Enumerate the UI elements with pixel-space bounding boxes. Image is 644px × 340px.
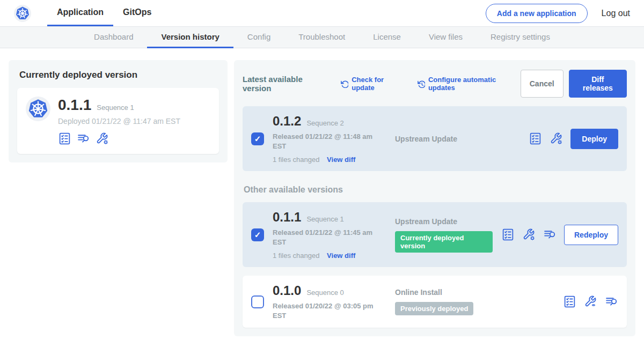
- version-row-0-1-1: ✓ 0.1.1 Sequence 1 Released 01/21/22 @ 1…: [243, 202, 627, 267]
- tab-gitops[interactable]: GitOps: [113, 0, 161, 26]
- kubernetes-helm-wheel-icon: [26, 97, 50, 121]
- version-number: 0.1.1: [273, 210, 301, 225]
- release-notes-icon[interactable]: [77, 132, 90, 145]
- available-versions-panel: Latest available version Check for updat…: [234, 60, 635, 336]
- subtab-troubleshoot[interactable]: Troubleshoot: [284, 27, 359, 48]
- view-diff-link[interactable]: View diff: [327, 156, 355, 164]
- latest-available-title: Latest available version: [243, 75, 330, 93]
- sequence-label: Sequence 2: [306, 119, 343, 127]
- preflight-checks-icon[interactable]: [563, 295, 576, 308]
- version-source-label: Upstream Update: [395, 135, 520, 143]
- configure-automatic-updates-link[interactable]: Configure automatic updates: [417, 76, 521, 92]
- deployed-timestamp: Deployed 01/21/22 @ 11:47 am EST: [58, 117, 180, 125]
- edit-config-icon[interactable]: [522, 228, 536, 241]
- released-timestamp: Released 01/20/22 @ 03:05 pm EST: [273, 301, 380, 320]
- top-nav: Application GitOps Add a new application…: [0, 0, 644, 27]
- refresh-arrow-icon: [340, 79, 348, 88]
- redeploy-button[interactable]: Redeploy: [564, 225, 618, 245]
- version-checkbox[interactable]: [251, 295, 264, 308]
- diff-releases-button[interactable]: Diff releases: [569, 70, 627, 98]
- subtab-registry-settings[interactable]: Registry settings: [477, 27, 564, 48]
- deployed-panel-title: Currently deployed version: [19, 70, 217, 80]
- subtab-view-files[interactable]: View files: [415, 27, 477, 48]
- check-for-update-label: Check for update: [352, 76, 406, 92]
- version-checkbox[interactable]: ✓: [251, 228, 264, 241]
- tab-application[interactable]: Application: [47, 0, 113, 26]
- version-row-0-1-2: ✓ 0.1.2 Sequence 2 Released 01/21/22 @ 1…: [243, 106, 627, 171]
- version-number: 0.1.0: [273, 283, 301, 298]
- preflight-checks-icon[interactable]: [529, 132, 542, 145]
- top-tabs: Application GitOps: [47, 0, 161, 26]
- release-notes-icon[interactable]: [605, 295, 618, 308]
- version-row-0-1-0: 0.1.0 Sequence 0 Released 01/20/22 @ 03:…: [243, 276, 627, 328]
- previously-deployed-badge: Previously deployed: [395, 302, 473, 315]
- version-number: 0.1.2: [273, 114, 301, 129]
- currently-deployed-panel: Currently deployed version 0.1.1 Sequenc…: [9, 60, 228, 162]
- clock-refresh-icon: [417, 79, 425, 88]
- kubernetes-helm-wheel-icon: [14, 5, 31, 22]
- subtab-version-history[interactable]: Version history: [147, 27, 233, 48]
- currently-deployed-badge: Currently deployed version: [395, 231, 493, 253]
- app-logo[interactable]: [14, 0, 31, 26]
- main-content: Currently deployed version 0.1.1 Sequenc…: [0, 48, 644, 340]
- preflight-checks-icon[interactable]: [58, 132, 71, 145]
- deployed-sequence-label: Sequence 1: [97, 104, 134, 112]
- preflight-checks-icon[interactable]: [501, 228, 515, 241]
- subtab-dashboard[interactable]: Dashboard: [80, 27, 147, 48]
- other-versions-title: Other available versions: [244, 185, 626, 195]
- version-source-label: Online Install: [395, 288, 554, 297]
- version-source-label: Upstream Update: [395, 217, 493, 226]
- sequence-label: Sequence 1: [306, 215, 343, 223]
- files-changed-label: 1 files changed: [273, 156, 319, 164]
- release-notes-icon[interactable]: [543, 228, 557, 241]
- configure-automatic-updates-label: Configure automatic updates: [428, 76, 521, 92]
- view-config-icon[interactable]: [584, 295, 597, 308]
- sequence-label: Sequence 0: [306, 289, 343, 297]
- subtab-license[interactable]: License: [359, 27, 415, 48]
- files-changed-label: 1 files changed: [273, 252, 319, 260]
- deploy-button[interactable]: Deploy: [570, 129, 618, 149]
- subtab-config[interactable]: Config: [233, 27, 284, 48]
- released-timestamp: Released 01/21/22 @ 11:45 am EST: [273, 228, 380, 247]
- edit-config-icon[interactable]: [96, 132, 109, 145]
- cancel-button[interactable]: Cancel: [521, 70, 564, 98]
- logout-link[interactable]: Log out: [602, 9, 630, 18]
- view-diff-link[interactable]: View diff: [327, 252, 355, 260]
- edit-config-icon[interactable]: [550, 132, 563, 145]
- deployed-version-card: 0.1.1 Sequence 1 Deployed 01/21/22 @ 11:…: [17, 88, 219, 154]
- deployed-version-number: 0.1.1: [58, 97, 91, 114]
- released-timestamp: Released 01/21/22 @ 11:48 am EST: [273, 132, 380, 151]
- check-for-update-link[interactable]: Check for update: [340, 76, 406, 92]
- add-application-button[interactable]: Add a new application: [486, 4, 588, 23]
- version-checkbox[interactable]: ✓: [251, 132, 264, 145]
- secondary-nav: Dashboard Version history Config Trouble…: [0, 27, 644, 48]
